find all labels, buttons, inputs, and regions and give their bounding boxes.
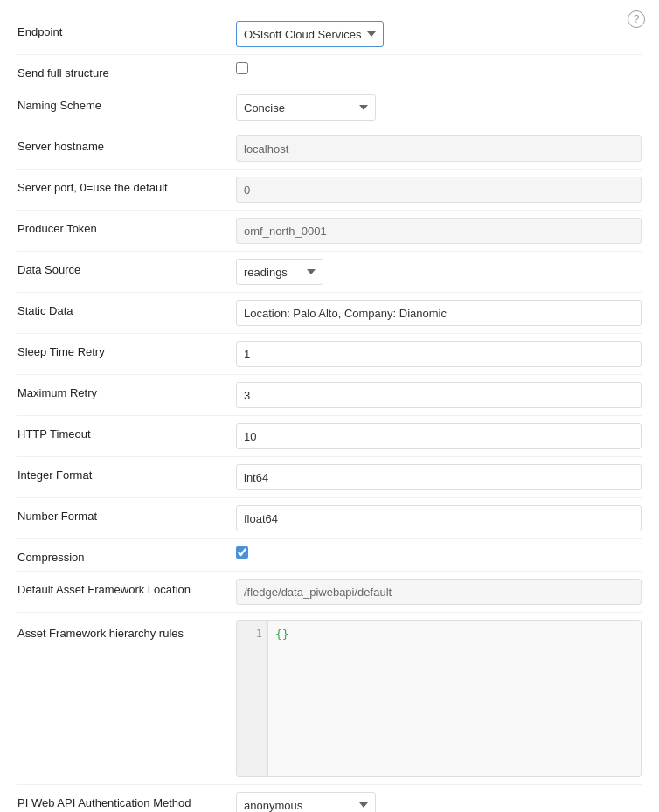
server-port-input[interactable] xyxy=(236,177,642,203)
compression-field xyxy=(236,546,642,559)
number-format-label: Number Format xyxy=(17,505,236,523)
http-timeout-field xyxy=(236,423,642,449)
endpoint-select[interactable]: OSIsoft Cloud Services xyxy=(236,21,384,47)
data-source-row: Data Source readings xyxy=(17,252,642,293)
static-data-input[interactable] xyxy=(236,300,642,326)
asset-fw-hierarchy-row: Asset Framework hierarchy rules 1 {} xyxy=(17,613,642,785)
producer-token-label: Producer Token xyxy=(17,218,236,235)
compression-checkbox[interactable] xyxy=(236,546,248,559)
line-numbers: 1 xyxy=(237,621,268,776)
compression-label: Compression xyxy=(17,546,236,564)
default-asset-fw-row: Default Asset Framework Location xyxy=(17,572,642,613)
pi-web-api-auth-row: PI Web API Authentication Method anonymo… xyxy=(17,785,642,812)
sleep-time-retry-field xyxy=(236,341,642,367)
server-port-field xyxy=(236,177,642,203)
sleep-time-retry-input[interactable] xyxy=(236,341,642,367)
naming-scheme-label: Naming Scheme xyxy=(17,94,236,112)
server-hostname-input[interactable] xyxy=(236,135,642,162)
data-source-field: readings xyxy=(236,259,642,285)
maximum-retry-input[interactable] xyxy=(236,382,642,408)
integer-format-label: Integer Format xyxy=(17,464,236,482)
maximum-retry-label: Maximum Retry xyxy=(17,382,236,399)
producer-token-row: Producer Token xyxy=(17,211,642,252)
naming-scheme-row: Naming Scheme Concise xyxy=(17,87,642,128)
data-source-label: Data Source xyxy=(17,259,236,276)
http-timeout-row: HTTP Timeout xyxy=(17,416,642,457)
sleep-time-retry-label: Sleep Time Retry xyxy=(17,341,236,358)
server-hostname-label: Server hostname xyxy=(17,135,236,153)
server-hostname-field xyxy=(236,135,642,162)
help-icon[interactable]: ? xyxy=(628,10,645,28)
pi-web-api-auth-field: anonymous xyxy=(236,792,642,812)
naming-scheme-field: Concise xyxy=(236,94,642,121)
default-asset-fw-input[interactable] xyxy=(236,579,642,605)
send-full-structure-label: Send full structure xyxy=(17,62,236,80)
static-data-row: Static Data xyxy=(17,293,642,334)
line-number-1: 1 xyxy=(237,626,267,642)
send-full-structure-checkbox[interactable] xyxy=(236,62,248,74)
pi-web-api-auth-select[interactable]: anonymous xyxy=(236,792,376,812)
integer-format-field xyxy=(236,464,642,490)
server-hostname-row: Server hostname xyxy=(17,128,642,170)
static-data-field xyxy=(236,300,642,326)
producer-token-field xyxy=(236,218,642,244)
pi-web-api-auth-label: PI Web API Authentication Method xyxy=(17,792,236,809)
data-source-select[interactable]: readings xyxy=(236,259,323,285)
static-data-label: Static Data xyxy=(17,300,236,317)
maximum-retry-field xyxy=(236,382,642,408)
server-port-row: Server port, 0=use the default xyxy=(17,170,642,211)
sleep-time-retry-row: Sleep Time Retry xyxy=(17,334,642,375)
asset-fw-hierarchy-field: 1 {} xyxy=(236,620,642,777)
compression-row: Compression xyxy=(17,539,642,572)
integer-format-row: Integer Format xyxy=(17,457,642,498)
producer-token-input[interactable] xyxy=(236,218,642,244)
send-full-structure-row: Send full structure xyxy=(17,55,642,87)
code-editor[interactable]: 1 {} xyxy=(236,620,642,777)
naming-scheme-select[interactable]: Concise xyxy=(236,94,376,121)
asset-fw-hierarchy-label: Asset Framework hierarchy rules xyxy=(17,620,236,640)
endpoint-field: OSIsoft Cloud Services xyxy=(236,21,642,47)
endpoint-label: Endpoint xyxy=(17,21,236,38)
integer-format-input[interactable] xyxy=(236,464,642,490)
number-format-row: Number Format xyxy=(17,498,642,539)
endpoint-row: Endpoint OSIsoft Cloud Services xyxy=(17,14,642,55)
default-asset-fw-label: Default Asset Framework Location xyxy=(17,579,236,596)
number-format-field xyxy=(236,505,642,531)
send-full-structure-field xyxy=(236,62,642,74)
http-timeout-input[interactable] xyxy=(236,423,642,449)
number-format-input[interactable] xyxy=(236,505,642,531)
default-asset-fw-field xyxy=(236,579,642,605)
server-port-label: Server port, 0=use the default xyxy=(17,177,236,194)
form-container: ? Endpoint OSIsoft Cloud Services Send f… xyxy=(0,0,659,812)
http-timeout-label: HTTP Timeout xyxy=(17,423,236,441)
maximum-retry-row: Maximum Retry xyxy=(17,375,642,416)
code-content[interactable]: {} xyxy=(268,621,641,776)
